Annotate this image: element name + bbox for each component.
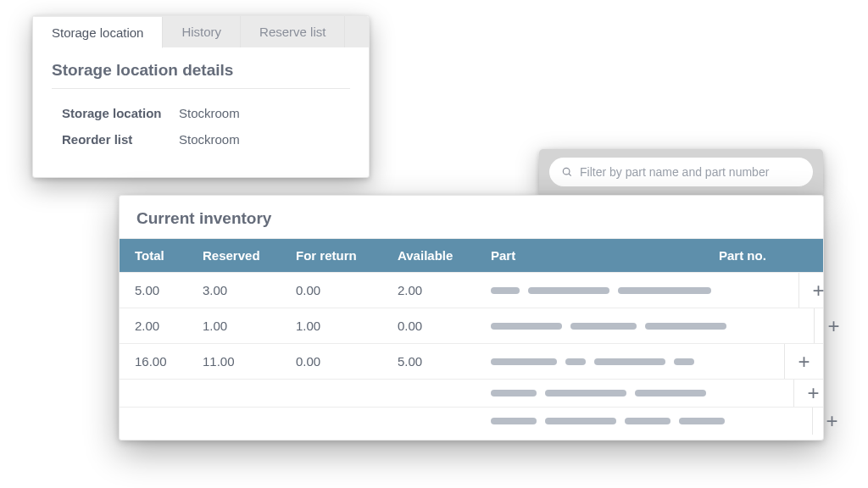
storage-tabs: Storage location History Reserve list [33,16,369,47]
add-button[interactable]: + [784,344,823,379]
storage-location-card: Storage location History Reserve list St… [32,15,370,178]
add-button[interactable]: + [814,308,853,343]
cell-part [476,313,733,340]
cell-reserved: 11.00 [187,344,281,379]
cell-total: 16.00 [120,344,187,379]
cell-part-no [733,316,814,336]
add-button[interactable]: + [798,273,837,308]
cell-for-return: 0.00 [281,344,382,379]
cell-total: 5.00 [120,273,187,308]
inventory-header: Total Reserved For return Available Part… [120,239,823,272]
tab-reserve-list[interactable]: Reserve list [241,16,345,47]
cell-part [476,277,718,304]
col-part-no: Part no. [704,239,784,272]
detail-value: Stockroom [179,132,240,147]
tab-history[interactable]: History [163,16,241,47]
search-bar [539,149,823,195]
cell-total [120,411,187,431]
storage-details-title: Storage location details [52,61,350,89]
col-part: Part [476,239,704,272]
cell-reserved: 1.00 [187,308,281,343]
cell-part [476,408,732,435]
cell-part-no [713,383,793,403]
cell-part [476,348,704,375]
cell-reserved [187,383,281,403]
svg-line-1 [569,174,571,176]
cell-available: 5.00 [382,344,476,379]
table-row: + [120,379,823,407]
cell-part-no [704,352,784,372]
search-input[interactable] [580,165,801,179]
search-pill[interactable] [549,158,813,186]
table-row: 5.00 3.00 0.00 2.00 + [120,272,823,308]
cell-for-return [281,411,382,431]
cell-available: 0.00 [382,308,476,343]
cell-part-no [732,411,812,431]
table-row: 16.00 11.00 0.00 5.00 + [120,343,823,379]
cell-for-return: 0.00 [281,273,382,308]
detail-value: Stockroom [179,106,240,120]
cell-total: 2.00 [120,308,187,343]
cell-reserved [187,411,281,431]
tab-storage-location[interactable]: Storage location [33,17,163,48]
cell-part-no [718,280,798,301]
col-total: Total [120,239,187,272]
svg-point-0 [563,168,570,175]
cell-available [382,383,476,403]
inventory-title: Current inventory [120,209,823,239]
cell-available [382,411,476,431]
detail-key: Storage location [52,106,179,120]
cell-for-return [281,383,382,403]
col-actions [784,247,823,265]
cell-part [476,380,713,407]
table-row: 2.00 1.00 1.00 0.00 + [120,308,823,343]
detail-row-reorder-list: Reorder list Stockroom [52,127,350,153]
add-button[interactable]: + [793,380,832,407]
search-icon [561,166,573,178]
add-button[interactable]: + [812,408,851,435]
inventory-card: Current inventory Total Reserved For ret… [119,195,824,441]
cell-reserved: 3.00 [187,273,281,308]
col-reserved: Reserved [187,239,281,272]
table-row: + [120,407,823,435]
cell-total [120,383,187,403]
col-available: Available [382,239,476,272]
cell-for-return: 1.00 [281,308,382,343]
detail-key: Reorder list [52,132,179,147]
col-for-return: For return [281,239,382,272]
cell-available: 2.00 [382,273,476,308]
detail-row-storage-location: Storage location Stockroom [52,101,350,127]
